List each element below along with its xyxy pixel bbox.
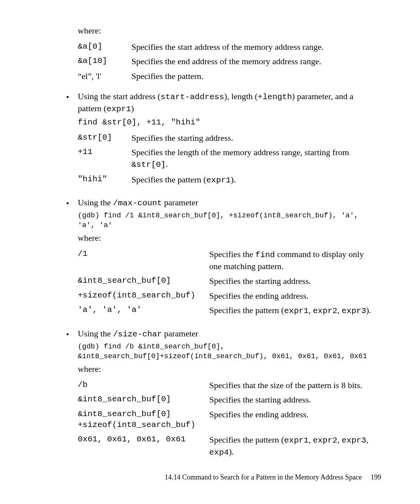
text: . (166, 159, 168, 169)
inline-code: expr2 (313, 306, 337, 315)
text: ) (131, 103, 134, 113)
def-desc: Specifies the pattern (expr1). (131, 172, 377, 187)
def-desc: Specifies the starting address. (209, 274, 377, 289)
bullet-icon: • (66, 91, 78, 103)
inline-code: &str[0] (131, 160, 166, 169)
def-term: "hihi" (78, 172, 131, 187)
text: Using the (78, 198, 113, 207)
def-desc: Specifies the starting address. (209, 392, 377, 407)
text: +sizeof(int8_search_buf) (78, 420, 195, 429)
page-footer: 14.14 Command to Search for a Pattern in… (165, 473, 381, 481)
def-term: &a[0] (78, 40, 131, 54)
text: Specifies the pattern ( (209, 435, 284, 444)
def-desc: Specifies the pattern (expr1, expr2, exp… (209, 303, 377, 318)
def-term: &int8_search_buf[0] (78, 274, 209, 289)
def-term: “el”, 'l' (78, 69, 131, 84)
table-row: &a[10] Specifies the end address of the … (78, 54, 377, 69)
table-row: &int8_search_buf[0] +sizeof(int8_search_… (78, 407, 377, 432)
def-desc: Specifies the ending address. (209, 407, 377, 432)
table-row: 'a', 'a', 'a' Specifies the pattern (exp… (78, 303, 377, 318)
def-desc: Specifies the ending address. (209, 289, 377, 303)
footer-section: 14.14 Command to Search for a Pattern in… (165, 473, 362, 481)
inline-code: expr2 (313, 436, 337, 445)
defs-table-2: /1 Specifies the find command to display… (78, 247, 377, 318)
def-desc: Specifies the start address of the memor… (131, 40, 377, 54)
def-term: +11 (78, 145, 131, 172)
table-row: "hihi" Specifies the pattern (expr1). (78, 172, 377, 187)
code-line: (gdb) find /1 &int8_search_buf[0], +size… (78, 211, 377, 231)
table-row: /1 Specifies the find command to display… (78, 247, 377, 274)
text: Specifies the (209, 249, 256, 259)
inline-code: expr3 (341, 436, 366, 445)
table-row: &int8_search_buf[0] Specifies the starti… (78, 274, 377, 289)
def-desc: Specifies the find command to display on… (209, 247, 377, 274)
def-desc: Specifies the pattern (expr1, expr2, exp… (209, 432, 377, 460)
inline-code: expr1 (284, 436, 308, 445)
inline-code: expr1 (284, 306, 308, 315)
text: Specifies the length of the memory addre… (131, 147, 349, 157)
def-desc: Specifies that the size of the pattern i… (209, 378, 377, 393)
defs-table-1: &str[0] Specifies the starting address. … (78, 131, 377, 187)
bullet-icon: • (66, 197, 78, 209)
def-term: &str[0] (78, 131, 131, 145)
def-desc: Specifies the length of the memory addre… (131, 145, 377, 172)
def-desc: Specifies the end address of the memory … (131, 54, 377, 69)
text: , (366, 435, 368, 444)
table-row: &int8_search_buf[0] Specifies the starti… (78, 392, 377, 407)
text: , (308, 435, 313, 444)
table-row: +11 Specifies the length of the memory a… (78, 145, 377, 172)
text: ), length ( (224, 91, 257, 101)
footer-page-number: 199 (371, 473, 381, 481)
inline-code: expr3 (341, 306, 366, 315)
text: Using the start address ( (78, 91, 161, 101)
inline-code: expr1 (206, 176, 231, 185)
inline-code: /size-char (113, 330, 162, 339)
text: ). (366, 305, 371, 315)
bullet3-lead: Using the /size-char parameter (78, 328, 377, 340)
inline-code: +length (258, 93, 292, 102)
where-label: where: (78, 232, 377, 244)
text: parameter (162, 198, 198, 207)
defs-table-3: /b Specifies that the size of the patter… (78, 378, 377, 460)
def-desc: Specifies the starting address. (131, 131, 377, 145)
where-label: where: (78, 363, 377, 375)
bullet1-lead: Using the start address (start-address),… (78, 91, 377, 115)
text: ). (231, 175, 236, 184)
table-row: &str[0] Specifies the starting address. (78, 131, 377, 145)
defs-table-intro: &a[0] Specifies the start address of the… (78, 40, 377, 84)
def-term: /1 (78, 247, 209, 274)
inline-code: /max-count (113, 199, 162, 208)
text: parameter (162, 329, 198, 338)
def-term: &int8_search_buf[0] (78, 392, 209, 407)
def-term: +sizeof(int8_search_buf) (78, 289, 209, 303)
text: Specifies the pattern ( (209, 305, 284, 315)
code-line: find &str[0], +11, "hihi" (78, 117, 377, 128)
def-term: /b (78, 378, 209, 393)
text: , (337, 435, 341, 444)
def-term: &int8_search_buf[0] +sizeof(int8_search_… (78, 407, 209, 432)
text: Using the (78, 329, 113, 338)
table-row: +sizeof(int8_search_buf) Specifies the e… (78, 289, 377, 303)
table-row: &a[0] Specifies the start address of the… (78, 40, 377, 54)
def-desc: Specifies the pattern. (131, 69, 377, 84)
inline-code: expr1 (107, 105, 131, 114)
text: , (337, 305, 341, 315)
text: , (308, 305, 313, 315)
table-row: /b Specifies that the size of the patter… (78, 378, 377, 393)
code-line: (gdb) find /b &int8_search_buf[0], &int8… (78, 342, 377, 362)
inline-code: find (256, 250, 275, 259)
text: &int8_search_buf[0] (78, 410, 171, 418)
text: Specifies the pattern ( (131, 175, 206, 184)
bullet-icon: • (66, 328, 78, 340)
table-row: 0x61, 0x61, 0x61, 0x61 Specifies the pat… (78, 432, 377, 460)
def-term: &a[10] (78, 54, 131, 69)
table-row: “el”, 'l' Specifies the pattern. (78, 69, 377, 84)
def-term: 'a', 'a', 'a' (78, 303, 209, 318)
inline-code: exp4 (209, 448, 229, 457)
where-label-intro: where: (78, 25, 377, 37)
def-term: 0x61, 0x61, 0x61, 0x61 (78, 432, 209, 460)
text: ). (229, 447, 234, 457)
bullet2-lead: Using the /max-count parameter (78, 197, 377, 209)
inline-code: start-address (161, 93, 224, 102)
